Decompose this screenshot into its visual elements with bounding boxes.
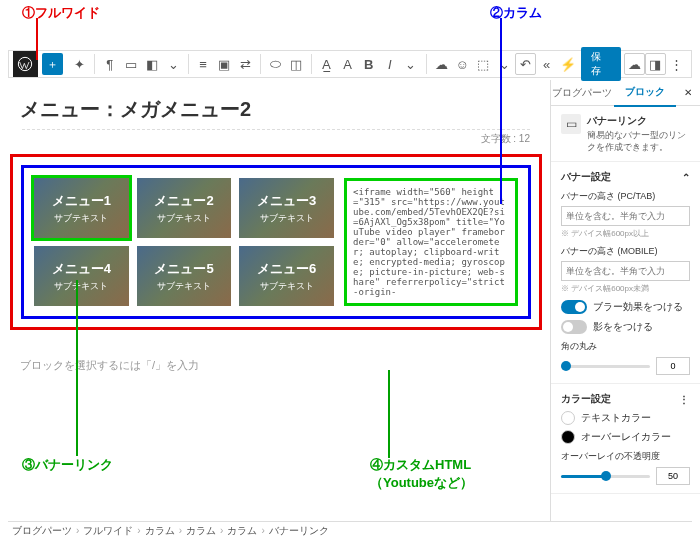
field-hint: ※ デバイス幅600px未満 xyxy=(561,283,690,294)
balloon-icon[interactable]: ☁ xyxy=(430,53,451,75)
close-sidebar-button[interactable]: ✕ xyxy=(676,87,700,98)
chevron-up-icon: ⌃ xyxy=(682,172,690,183)
more-icon[interactable]: ⋮ xyxy=(679,394,690,405)
wp-logo[interactable] xyxy=(13,51,38,77)
text-color-icon[interactable]: A xyxy=(337,53,358,75)
block-inserter-button[interactable]: ＋ xyxy=(42,53,63,75)
color-settings-panel: カラー設定⋮ テキストカラー オーバーレイカラー オーバーレイの不透明度 xyxy=(551,384,700,494)
color-label: オーバーレイカラー xyxy=(581,430,671,444)
chevron-down-icon[interactable]: ⌄ xyxy=(494,53,515,75)
breadcrumb-item[interactable]: ブログパーツ xyxy=(12,524,72,538)
chevron-down-icon[interactable]: ⌄ xyxy=(162,53,183,75)
annotation-column: ②カラム xyxy=(490,4,542,22)
toolbar-divider xyxy=(260,54,261,74)
height-mobile-input[interactable] xyxy=(561,261,690,281)
radius-number-input[interactable] xyxy=(656,357,690,375)
banner-title: メニュー5 xyxy=(154,260,213,278)
font-size-icon[interactable]: A̲ xyxy=(316,53,337,75)
crop-icon[interactable]: ◫ xyxy=(286,53,307,75)
annotation-line xyxy=(36,18,38,60)
more-icon[interactable]: ⋮ xyxy=(666,53,687,75)
swell-icon[interactable]: ✦ xyxy=(69,53,90,75)
tab-block[interactable]: ブロック xyxy=(614,80,677,107)
columns-icon[interactable]: ◧ xyxy=(141,53,162,75)
guillemet-icon[interactable]: « xyxy=(536,53,557,75)
swell-settings-icon[interactable]: ☁ xyxy=(624,53,645,75)
columns-block[interactable]: メニュー1 サブテキスト メニュー2 サブテキスト メニュー3 サブテキスト メ… xyxy=(21,165,531,319)
annotation-line xyxy=(76,280,78,456)
style-icon[interactable]: ⬚ xyxy=(473,53,494,75)
banner-subtext: サブテキスト xyxy=(157,280,211,293)
lightning-icon[interactable]: ⚡ xyxy=(557,53,578,75)
bold-icon[interactable]: B xyxy=(358,53,379,75)
field-label: 角の丸み xyxy=(561,340,690,353)
panel-header[interactable]: カラー設定⋮ xyxy=(561,392,690,406)
save-button[interactable]: 保存 xyxy=(581,47,620,81)
block-info-section: ▭ バナーリンク 簡易的なバナー型のリンクを作成できます。 xyxy=(551,106,700,162)
align-icon[interactable]: ≡ xyxy=(193,53,214,75)
page-title[interactable]: メニュー：メガメニュー2 xyxy=(20,96,532,123)
field-label: バナーの高さ (PC/TAB) xyxy=(561,190,690,203)
sidebar-tabs: ブログパーツ ブロック ✕ xyxy=(551,80,700,106)
settings-sidebar: ブログパーツ ブロック ✕ ▭ バナーリンク 簡易的なバナー型のリンクを作成でき… xyxy=(550,80,700,521)
undo-icon[interactable]: ↶ xyxy=(515,53,536,75)
replace-icon[interactable]: ⇄ xyxy=(235,53,256,75)
breadcrumb-item[interactable]: フルワイド xyxy=(83,524,133,538)
banner-link-icon: ▭ xyxy=(561,114,581,134)
character-count: 文字数 : 12 xyxy=(22,129,530,146)
blur-toggle[interactable] xyxy=(561,300,587,314)
chevron-down-icon[interactable]: ⌄ xyxy=(400,53,421,75)
editor-canvas: メニュー：メガメニュー2 文字数 : 12 メニュー1 サブテキスト メニュー2… xyxy=(8,80,544,521)
banner-settings-panel: バナー設定⌃ バナーの高さ (PC/TAB) ※ デバイス幅600px以上 バナ… xyxy=(551,162,700,384)
field-hint: ※ デバイス幅600px以上 xyxy=(561,228,690,239)
sidebar-toggle-icon[interactable]: ◨ xyxy=(645,53,666,75)
banner-link-block[interactable]: メニュー6 サブテキスト xyxy=(239,246,334,306)
annotation-banner-link: ③バナーリンク xyxy=(22,456,113,474)
annotation-fullwide: ①フルワイド xyxy=(22,4,100,22)
annotation-line xyxy=(388,370,390,458)
toolbar-divider xyxy=(311,54,312,74)
fullwide-block[interactable]: メニュー1 サブテキスト メニュー2 サブテキスト メニュー3 サブテキスト メ… xyxy=(10,154,542,330)
emoji-icon[interactable]: ☺ xyxy=(452,53,473,75)
panel-header[interactable]: バナー設定⌃ xyxy=(561,170,690,184)
custom-html-block[interactable]: <iframe width="560" height="315" src="ht… xyxy=(344,178,518,306)
image-icon[interactable]: ▭ xyxy=(120,53,141,75)
banner-link-block[interactable]: メニュー4 サブテキスト xyxy=(34,246,129,306)
radius-slider[interactable] xyxy=(561,365,650,368)
banner-subtext: サブテキスト xyxy=(260,280,314,293)
banner-link-block[interactable]: メニュー3 サブテキスト xyxy=(239,178,334,238)
annotation-custom-html: ④カスタムHTML （Youtubeなど） xyxy=(370,456,473,492)
block-description: 簡易的なバナー型のリンクを作成できます。 xyxy=(587,130,690,153)
banner-link-block[interactable]: メニュー5 サブテキスト xyxy=(137,246,232,306)
banner-link-block[interactable]: メニュー2 サブテキスト xyxy=(137,178,232,238)
italic-icon[interactable]: I xyxy=(379,53,400,75)
media-icon[interactable]: ▣ xyxy=(214,53,235,75)
color-label: テキストカラー xyxy=(581,411,651,425)
toggle-label: ブラー効果をつける xyxy=(593,300,683,314)
banner-link-block[interactable]: メニュー1 サブテキスト xyxy=(34,178,129,238)
pilcrow-icon[interactable]: ¶ xyxy=(99,53,120,75)
banner-subtext: サブテキスト xyxy=(54,212,108,225)
banner-subtext: サブテキスト xyxy=(260,212,314,225)
opacity-number-input[interactable] xyxy=(656,467,690,485)
overlay-color-row[interactable]: オーバーレイカラー xyxy=(561,430,690,444)
breadcrumb-item[interactable]: バナーリンク xyxy=(269,524,329,538)
field-label: オーバーレイの不透明度 xyxy=(561,450,690,463)
block-appender-prompt[interactable]: ブロックを選択するには「/」を入力 xyxy=(20,358,532,373)
block-name: バナーリンク xyxy=(587,114,690,128)
text-color-row[interactable]: テキストカラー xyxy=(561,411,690,425)
height-pc-input[interactable] xyxy=(561,206,690,226)
toolbar-divider xyxy=(94,54,95,74)
breadcrumb-item[interactable]: カラム xyxy=(227,524,257,538)
toggle-label: 影ををつける xyxy=(593,320,653,334)
banner-column: メニュー1 サブテキスト メニュー2 サブテキスト メニュー3 サブテキスト メ… xyxy=(34,178,334,306)
banner-title: メニュー4 xyxy=(52,260,111,278)
shadow-toggle[interactable] xyxy=(561,320,587,334)
annotation-line xyxy=(500,18,502,204)
breadcrumb-item[interactable]: カラム xyxy=(186,524,216,538)
tab-blog-parts[interactable]: ブログパーツ xyxy=(551,80,614,106)
banner-subtext: サブテキスト xyxy=(157,212,211,225)
link-icon[interactable]: ⬭ xyxy=(265,53,286,75)
opacity-slider[interactable] xyxy=(561,475,650,478)
breadcrumb-item[interactable]: カラム xyxy=(145,524,175,538)
